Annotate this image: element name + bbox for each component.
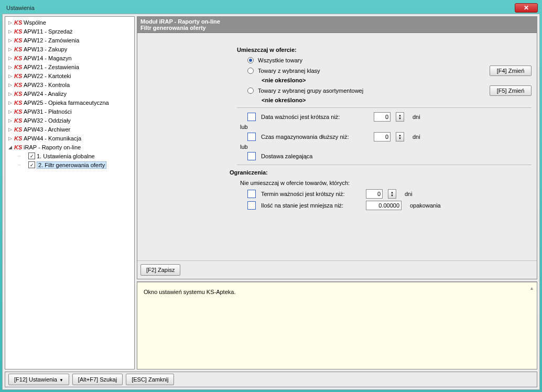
tree-item-6[interactable]: ▷KSAPW22 - Kartoteki bbox=[5, 71, 134, 80]
tree-item-label: iRAP - Raporty on-line bbox=[24, 144, 81, 150]
expand-icon[interactable]: ▷ bbox=[7, 19, 13, 25]
expand-icon[interactable]: ▷ bbox=[7, 73, 13, 79]
settings-button[interactable]: [F12] Ustawienia▼ bbox=[8, 374, 69, 385]
change-class-button[interactable]: [F4] Zmień bbox=[490, 66, 532, 76]
close-button[interactable]: ✕ bbox=[515, 3, 538, 13]
tree-item-label: APW11 - Sprzedaż bbox=[24, 28, 73, 35]
ks-icon: KS bbox=[14, 81, 23, 89]
pane-header-line2: Filtr generowania oferty bbox=[140, 25, 534, 31]
ks-icon: KS bbox=[14, 135, 23, 142]
limit-expiry-input[interactable] bbox=[366, 189, 383, 199]
collapse-icon[interactable]: ◢ bbox=[7, 144, 13, 150]
checkbox-label: Ilość na stanie jest mniejsza niż: bbox=[261, 202, 361, 209]
expand-icon[interactable]: ▷ bbox=[7, 100, 13, 105]
svg-text:KS: KS bbox=[14, 91, 23, 97]
expand-icon[interactable]: ▷ bbox=[7, 46, 13, 52]
limits-subtext: Nie umieszczaj w ofercie towarów, któryc… bbox=[240, 180, 532, 186]
checkbox-overdue-delivery[interactable] bbox=[247, 152, 256, 160]
expand-icon[interactable]: ▷ bbox=[7, 28, 13, 34]
ks-icon: KS bbox=[14, 55, 23, 62]
expand-icon[interactable]: ▷ bbox=[7, 37, 13, 43]
tree-item-13[interactable]: ▷KSAPW44 - Komunikacja bbox=[5, 134, 134, 143]
divider bbox=[237, 107, 532, 108]
tree-item-irap[interactable]: ◢ KS iRAP - Raporty on-line bbox=[5, 143, 134, 151]
tree-item-10[interactable]: ▷KSAPW31 - Płatności bbox=[5, 107, 134, 116]
info-text: Okno ustawień systemu KS-Apteka. bbox=[144, 289, 235, 295]
expiry-days-input[interactable] bbox=[374, 112, 391, 122]
tree-item-11[interactable]: ▷KSAPW32 - Oddziały bbox=[5, 116, 134, 125]
tree-item-3[interactable]: ▷KSAPW13 - Zakupy bbox=[5, 45, 134, 53]
tree-item-label: APW31 - Płatności bbox=[24, 108, 72, 115]
tree-item-12[interactable]: ▷KSAPW43 - Archiwer bbox=[5, 125, 134, 134]
checkbox-label: Czas magazynowania dłuższy niż: bbox=[261, 134, 368, 140]
tree-item-label: APW13 - Zakupy bbox=[24, 46, 67, 52]
tree-child-1[interactable]: ┈ ✓ 1. Ustawienia globalne bbox=[5, 151, 134, 160]
checkbox-expiry-shorter[interactable] bbox=[247, 113, 256, 121]
radio-icon bbox=[247, 57, 254, 63]
tree-item-8[interactable]: ▷KSAPW24 - Analizy bbox=[5, 89, 134, 98]
close-icon: ✕ bbox=[524, 5, 529, 11]
radio-label: Towary z wybranej grupy asortymentowej bbox=[258, 88, 363, 94]
window-title: Ustawienia bbox=[4, 5, 515, 11]
dropdown-icon: ▼ bbox=[59, 378, 63, 383]
ks-icon: KS bbox=[14, 46, 23, 53]
ks-icon: KS bbox=[14, 19, 23, 26]
save-button[interactable]: [F2] Zapisz bbox=[140, 264, 180, 276]
expand-icon[interactable]: ▷ bbox=[7, 82, 13, 88]
tree-item-4[interactable]: ▷KSAPW14 - Magazyn bbox=[5, 53, 134, 62]
expand-icon[interactable]: ▷ bbox=[7, 91, 13, 96]
svg-text:KS: KS bbox=[14, 117, 23, 124]
expand-icon[interactable]: ▷ bbox=[7, 135, 13, 141]
scrollbar-up-icon[interactable]: ▲ bbox=[529, 286, 535, 291]
svg-text:KS: KS bbox=[14, 135, 23, 141]
expand-icon[interactable]: ▷ bbox=[7, 64, 13, 70]
checkbox-limit-stock[interactable] bbox=[247, 201, 256, 210]
tree-line-icon: ┈ bbox=[18, 154, 28, 159]
radio-all-goods[interactable]: Wszystkie towary bbox=[247, 57, 532, 63]
tree-item-5[interactable]: ▷KSAPW21 - Zestawienia bbox=[5, 62, 134, 71]
storage-days-input[interactable] bbox=[374, 132, 391, 141]
svg-text:KS: KS bbox=[14, 46, 23, 52]
tree-item-0[interactable]: ▷KSWspólne bbox=[5, 18, 134, 27]
check-icon: ✓ bbox=[28, 161, 35, 168]
change-group-button[interactable]: [F5] Zmień bbox=[490, 85, 532, 96]
checkbox-limit-expiry[interactable] bbox=[247, 190, 256, 198]
tree-item-label: 1. Ustawienia globalne bbox=[37, 153, 95, 159]
tree-line-icon: ┈ bbox=[18, 162, 28, 168]
svg-text:KS: KS bbox=[14, 19, 23, 26]
spinner-icon[interactable]: ▲▼ bbox=[396, 132, 404, 141]
ks-icon: KS bbox=[14, 144, 23, 151]
tree-item-9[interactable]: ▷KSAPW25 - Opieka farmaceutyczna bbox=[5, 98, 134, 107]
unit-label: dni bbox=[413, 114, 420, 120]
tree-item-7[interactable]: ▷KSAPW23 - Kontrola bbox=[5, 80, 134, 89]
radio-label: Wszystkie towary bbox=[258, 57, 302, 63]
spinner-icon[interactable]: ▲▼ bbox=[396, 112, 404, 122]
info-pane: Okno ustawień systemu KS-Apteka. ▲ bbox=[137, 281, 537, 369]
ks-icon: KS bbox=[14, 99, 23, 106]
tree-item-1[interactable]: ▷KSAPW11 - Sprzedaż bbox=[5, 27, 134, 36]
expand-icon[interactable]: ▷ bbox=[7, 117, 13, 123]
radio-icon[interactable] bbox=[247, 68, 254, 74]
radio-icon[interactable] bbox=[247, 88, 254, 94]
expand-icon[interactable]: ▷ bbox=[7, 108, 13, 114]
pane-header: Moduł iRAP - Raporty on-line Filtr gener… bbox=[137, 17, 537, 33]
limit-stock-input[interactable] bbox=[366, 201, 402, 210]
checkbox-storage-longer[interactable] bbox=[247, 133, 256, 141]
nav-tree[interactable]: ▷KSWspólne▷KSAPW11 - Sprzedaż▷KSAPW12 - … bbox=[5, 16, 135, 369]
search-button[interactable]: [Alt+F7] Szukaj bbox=[72, 374, 123, 385]
unit-label: dni bbox=[413, 134, 420, 140]
ks-icon: KS bbox=[14, 90, 23, 97]
tree-item-label: APW22 - Kartoteki bbox=[24, 73, 71, 79]
spinner-icon[interactable]: ▲▼ bbox=[388, 189, 396, 199]
expand-icon[interactable]: ▷ bbox=[7, 55, 13, 61]
tree-item-label: APW44 - Komunikacja bbox=[24, 135, 81, 141]
checkbox-label: Dostawa zalegająca bbox=[261, 153, 368, 159]
svg-text:KS: KS bbox=[14, 100, 23, 106]
tree-child-2[interactable]: ┈ ✓ 2. Filtr generowania oferty bbox=[5, 160, 134, 169]
tree-item-2[interactable]: ▷KSAPW12 - Zamówienia bbox=[5, 36, 134, 45]
ks-icon: KS bbox=[14, 72, 23, 80]
tree-item-label: Wspólne bbox=[24, 19, 46, 26]
expand-icon[interactable]: ▷ bbox=[7, 126, 13, 132]
close-bottom-button[interactable]: [ESC] Zamknij bbox=[126, 374, 174, 385]
tree-item-label: APW12 - Zamówienia bbox=[24, 37, 79, 43]
